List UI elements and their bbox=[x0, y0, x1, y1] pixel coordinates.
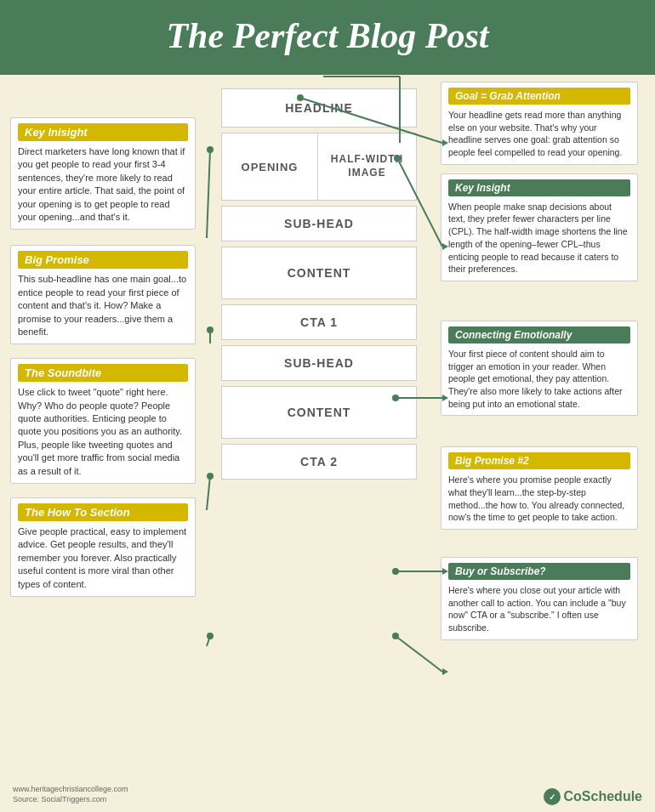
how-to-title: The How To Section bbox=[18, 503, 188, 521]
logo-icon: ✓ bbox=[544, 788, 561, 805]
sub-head-2-block: SUB-HEAD bbox=[221, 345, 417, 381]
key-insight-right-title: Key Insight bbox=[448, 179, 630, 196]
logo-text: CoSchedule bbox=[564, 789, 642, 804]
half-width-image-block: HALF-WIDTH IMAGE bbox=[317, 133, 417, 201]
connecting-title: Connecting Emotionally bbox=[448, 327, 630, 344]
goal-title: Goal = Grab Attention bbox=[448, 88, 630, 105]
footer-logo: ✓ CoSchedule bbox=[544, 788, 642, 805]
soundbite-text: Use click to tweet "quote" right here. W… bbox=[18, 386, 188, 478]
left-column: Key Inisight Direct marketers have long … bbox=[0, 82, 204, 644]
content-2-block: CONTENT bbox=[221, 386, 417, 439]
headline-block: HEADLINE bbox=[221, 88, 417, 128]
buy-subscribe-title: Buy or Subscribe? bbox=[448, 563, 630, 580]
content-1-block: CONTENT bbox=[221, 247, 417, 299]
key-insight-title: Key Inisight bbox=[18, 123, 188, 141]
opening-row: OPENING HALF-WIDTH IMAGE bbox=[221, 133, 417, 201]
main-container: The Perfect Blog Post Key Inisight Direc… bbox=[0, 0, 655, 812]
key-insight-text: Direct marketers have long known that if… bbox=[18, 145, 188, 224]
big-promise-box: Big Promise This sub-headline has one ma… bbox=[10, 245, 196, 344]
big-promise2-box: Big Promise #2 Here's where you promise … bbox=[441, 446, 638, 530]
connecting-text: Your first piece of content should aim t… bbox=[448, 348, 630, 410]
soundbite-title: The Soundbite bbox=[18, 364, 188, 382]
goal-text: Your headline gets read more than anythi… bbox=[448, 109, 630, 159]
sub-head-1-block: SUB-HEAD bbox=[221, 206, 417, 241]
buy-subscribe-text: Here's where you close out your article … bbox=[448, 584, 630, 634]
svg-marker-20 bbox=[442, 668, 448, 675]
page-title: The Perfect Blog Post bbox=[17, 15, 638, 56]
how-to-text: Give people practical, easy to implement… bbox=[18, 525, 188, 591]
big-promise2-text: Here's where you promise people exactly … bbox=[448, 474, 630, 524]
center-column: HEADLINE OPENING HALF-WIDTH IMAGE SUB-HE… bbox=[204, 82, 434, 644]
how-to-box: The How To Section Give people practical… bbox=[10, 497, 196, 597]
key-insight-right-box: Key Insight When people make snap decisi… bbox=[441, 173, 638, 281]
connecting-box: Connecting Emotionally Your first piece … bbox=[441, 321, 638, 416]
cta-1-block: CTA 1 bbox=[221, 304, 417, 340]
big-promise-title: Big Promise bbox=[18, 251, 188, 269]
big-promise-text: This sub-headline has one main goal...to… bbox=[18, 273, 188, 338]
opening-block: OPENING bbox=[221, 133, 317, 201]
goal-box: Goal = Grab Attention Your headline gets… bbox=[441, 82, 638, 165]
buy-subscribe-box: Buy or Subscribe? Here's where you close… bbox=[441, 557, 638, 640]
right-column: Goal = Grab Attention Your headline gets… bbox=[434, 82, 646, 644]
key-insight-box: Key Inisight Direct marketers have long … bbox=[10, 117, 196, 230]
footer-source: www.heritagechristiancollege.com Source:… bbox=[13, 784, 128, 805]
key-insight-right-text: When people make snap decisions about te… bbox=[448, 201, 630, 275]
header: The Perfect Blog Post bbox=[0, 0, 655, 75]
big-promise2-title: Big Promise #2 bbox=[448, 452, 630, 469]
soundbite-box: The Soundbite Use click to tweet "quote"… bbox=[10, 358, 196, 484]
cta-2-block: CTA 2 bbox=[221, 444, 417, 480]
